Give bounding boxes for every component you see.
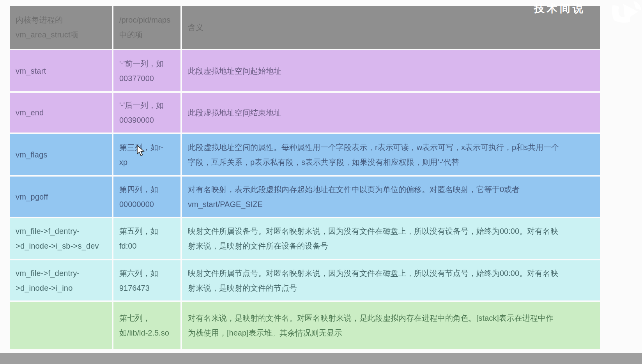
mouse-cursor-icon bbox=[136, 145, 145, 158]
cell-filename-meaning: 对有名来说，是映射的文件名。对匿名映射来说，是此段虚拟内存在进程中的角色。[st… bbox=[182, 302, 600, 349]
cell-vm-end-meaning: 此段虚拟地址空间结束地址 bbox=[182, 93, 600, 133]
cell-vm-start-column: '-'前一列，如 00377000 bbox=[113, 50, 180, 91]
cell-i-ino-column: 第六列，如 9176473 bbox=[113, 260, 180, 300]
cell-vm-end-name: vm_end bbox=[10, 93, 112, 133]
cell-vm-end-column: '-'后一列，如 00390000 bbox=[113, 93, 180, 133]
cell-vm-pgoff-column: 第四列，如 00000000 bbox=[113, 177, 180, 217]
cell-filename-name bbox=[10, 302, 112, 349]
cell-vm-flags-column: 第三列，如r- xp bbox=[113, 134, 180, 175]
cell-i-ino-name: vm_file->f_dentry- >d_inode->i_ino bbox=[10, 260, 112, 300]
cell-vm-pgoff-name: vm_pgoff bbox=[10, 177, 112, 217]
bottom-bar bbox=[0, 353, 642, 364]
cell-filename-column: 第七列， 如/lib/ld-2.5.so bbox=[113, 302, 180, 349]
cell-vm-flags-meaning: 此段虚拟地址空间的属性。每种属性用一个字段表示，r表示可读，w表示可写，x表示可… bbox=[182, 134, 600, 175]
vm-area-struct-table: 内核每进程的 vm_area_struct项 /proc/pid/maps 中的… bbox=[10, 6, 600, 349]
cell-vm-pgoff-meaning: 对有名映射，表示此段虚拟内存起始地址在文件中以页为单位的偏移。对匿名映射，它等于… bbox=[182, 177, 600, 217]
cell-s-dev-meaning: 映射文件所属设备号。对匿名映射来说，因为没有文件在磁盘上，所以没有设备号，始终为… bbox=[182, 218, 600, 259]
cell-i-ino-meaning: 映射文件所属节点号。对匿名映射来说，因为没有文件在磁盘上，所以没有节点号，始终为… bbox=[182, 260, 600, 300]
cell-s-dev-name: vm_file->f_dentry- >d_inode->i_sb->s_dev bbox=[10, 218, 112, 259]
header-kernel-field: 内核每进程的 vm_area_struct项 bbox=[10, 6, 112, 49]
cell-vm-start-meaning: 此段虚拟地址空间起始地址 bbox=[182, 50, 600, 91]
watermark-text: 技术间说 bbox=[534, 2, 585, 16]
cell-vm-flags-name: vm_flags bbox=[10, 134, 112, 175]
cell-vm-start-name: vm_start bbox=[10, 50, 112, 91]
header-proc-maps: /proc/pid/maps 中的项 bbox=[113, 6, 180, 49]
watermark-play-logo-icon bbox=[610, 0, 642, 27]
cell-s-dev-column: 第五列，如 fd:00 bbox=[113, 218, 180, 259]
